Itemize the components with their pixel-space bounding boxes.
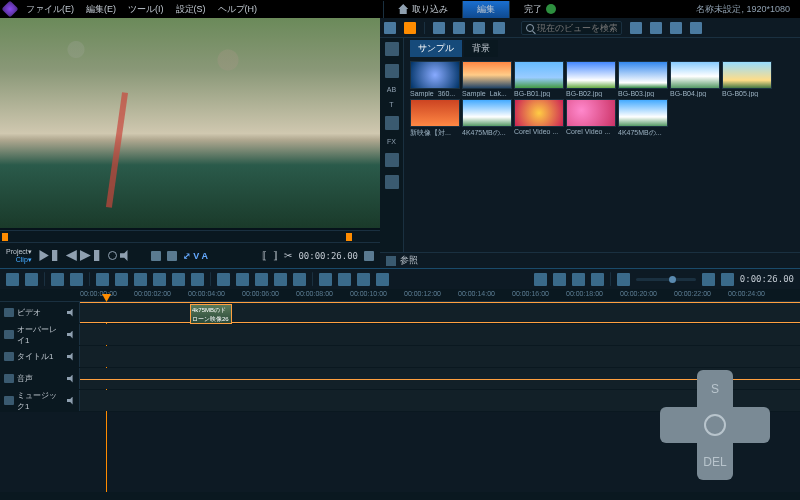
menu-edit[interactable]: 編集(E) <box>86 3 116 16</box>
filter-audio-icon[interactable] <box>493 22 505 34</box>
import-media-icon[interactable] <box>384 22 396 34</box>
out-marker[interactable] <box>346 233 352 241</box>
track-mute-icon[interactable] <box>67 309 75 317</box>
dpad-center[interactable] <box>697 407 733 443</box>
timecode-display[interactable]: 00:00:26.00 <box>298 251 358 261</box>
zoom-in-button[interactable] <box>702 273 715 286</box>
tool-15[interactable] <box>376 273 389 286</box>
cat-fx-icon[interactable]: FX <box>387 138 396 145</box>
dpad-right[interactable] <box>733 407 770 443</box>
filter-video-icon[interactable] <box>453 22 465 34</box>
media-item[interactable]: BG-B01.jpg <box>514 61 564 97</box>
browse-label[interactable]: 参照 <box>400 254 418 267</box>
menu-tool[interactable]: ツール(I) <box>128 3 164 16</box>
view-grid-icon[interactable] <box>650 22 662 34</box>
tool-11[interactable] <box>293 273 306 286</box>
track-mute-icon[interactable] <box>67 375 75 383</box>
cat-title-icon[interactable]: T <box>389 101 393 108</box>
fullscreen-button[interactable] <box>364 251 374 261</box>
fit-timeline-button[interactable] <box>721 273 734 286</box>
tool-2[interactable] <box>115 273 128 286</box>
media-item[interactable]: 4K475MBの... <box>462 99 512 138</box>
track-header[interactable]: ビデオ <box>0 302 80 323</box>
dpad-left[interactable] <box>660 407 697 443</box>
undock-icon[interactable] <box>690 22 702 34</box>
goto-start-button[interactable] <box>52 250 63 261</box>
track-lane[interactable]: 4k75MBのドローン映像26秒.MP4 <box>80 302 800 323</box>
video-preview[interactable] <box>0 18 380 228</box>
folder-icon[interactable] <box>386 256 396 266</box>
track-mute-icon[interactable] <box>67 331 75 339</box>
pan-mode-icon[interactable]: ⤢ V A <box>183 251 208 261</box>
tool-17[interactable] <box>553 273 566 286</box>
step-edit[interactable]: 編集 <box>462 1 509 18</box>
track-header[interactable]: 音声 <box>0 368 80 389</box>
media-item[interactable]: BG-B04.jpg <box>670 61 720 97</box>
tool-5[interactable] <box>172 273 185 286</box>
loop-button[interactable] <box>108 251 117 260</box>
in-marker[interactable] <box>2 233 8 241</box>
tool-10[interactable] <box>274 273 287 286</box>
cat-media-icon[interactable] <box>385 42 399 56</box>
split-button[interactable]: ✂ <box>284 250 292 261</box>
media-item[interactable]: Sample_Lak... <box>462 61 512 97</box>
track-mute-icon[interactable] <box>67 353 75 361</box>
search-input[interactable] <box>537 23 617 33</box>
tool-12[interactable] <box>319 273 332 286</box>
menu-file[interactable]: ファイル(E) <box>26 3 74 16</box>
cat-ar-icon[interactable] <box>385 175 399 189</box>
volume-button[interactable] <box>120 250 131 261</box>
thumb-slider-icon[interactable] <box>630 22 642 34</box>
media-item[interactable]: 新映像【対... <box>410 99 460 138</box>
tool-14[interactable] <box>357 273 370 286</box>
cat-overlay-icon[interactable] <box>385 116 399 130</box>
track-mute-icon[interactable] <box>67 397 75 405</box>
tool-3[interactable] <box>134 273 147 286</box>
play-button[interactable] <box>38 250 49 261</box>
tool-7[interactable] <box>217 273 230 286</box>
media-item[interactable]: BG-B02.jpg <box>566 61 616 97</box>
tool-19[interactable] <box>591 273 604 286</box>
goto-end-button[interactable] <box>94 250 105 261</box>
track-header[interactable]: ミュージック1 <box>0 390 80 411</box>
tool-1[interactable] <box>96 273 109 286</box>
tool-9[interactable] <box>255 273 268 286</box>
prev-frame-button[interactable] <box>66 250 77 261</box>
tab-sample[interactable]: サンプル <box>410 40 462 57</box>
tool-8[interactable] <box>236 273 249 286</box>
add-media-icon[interactable] <box>404 22 416 34</box>
library-search[interactable] <box>521 21 622 35</box>
mark-out-button[interactable]: ⟧ <box>273 250 278 261</box>
media-item[interactable]: Sample_360... <box>410 61 460 97</box>
track-lane[interactable] <box>80 346 800 367</box>
mark-in-button[interactable]: ⟦ <box>262 250 267 261</box>
redo-button[interactable] <box>70 273 83 286</box>
tool-18[interactable] <box>572 273 585 286</box>
scrub-bar[interactable] <box>0 230 380 242</box>
media-item[interactable]: Corel Video ... <box>514 99 564 138</box>
mode-label[interactable]: Project▾Clip▾ <box>6 248 32 264</box>
cat-transition-icon[interactable]: AB <box>387 86 396 93</box>
menu-help[interactable]: ヘルプ(H) <box>218 3 258 16</box>
zoom-slider[interactable] <box>636 278 696 281</box>
tool-6[interactable] <box>191 273 204 286</box>
step-capture[interactable]: 取り込み <box>383 1 462 18</box>
tool-16[interactable] <box>534 273 547 286</box>
track-header[interactable]: タイトル1 <box>0 346 80 367</box>
tab-background[interactable]: 背景 <box>464 40 498 57</box>
next-frame-button[interactable] <box>80 250 91 261</box>
dpad-down[interactable]: DEL <box>697 443 733 480</box>
dpad-up[interactable]: S <box>697 370 733 407</box>
menu-settings[interactable]: 設定(S) <box>176 3 206 16</box>
media-item[interactable]: Corel Video ... <box>566 99 616 138</box>
tool-13[interactable] <box>338 273 351 286</box>
snapshot-button[interactable] <box>151 251 161 261</box>
undo-button[interactable] <box>51 273 64 286</box>
time-ruler[interactable]: 00:00:00:0000:00:02:0000:00:04:0000:00:0… <box>0 290 800 302</box>
zoom-out-button[interactable] <box>617 273 630 286</box>
cat-sound-icon[interactable] <box>385 64 399 78</box>
view-list-icon[interactable] <box>670 22 682 34</box>
step-finish[interactable]: 完了 <box>509 1 570 18</box>
filter-image-icon[interactable] <box>473 22 485 34</box>
media-item[interactable]: BG-B03.jpg <box>618 61 668 97</box>
